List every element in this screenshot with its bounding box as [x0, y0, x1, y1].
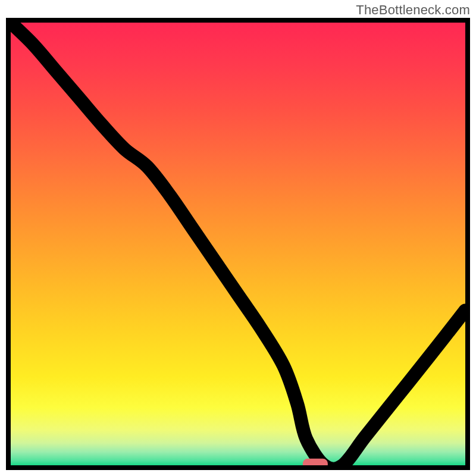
watermark-text: TheBottleneck.com	[356, 2, 470, 18]
chart-svg	[11, 23, 465, 465]
plot-area	[6, 18, 470, 470]
chart-frame: TheBottleneck.com	[0, 0, 476, 476]
optimum-marker	[303, 459, 328, 465]
